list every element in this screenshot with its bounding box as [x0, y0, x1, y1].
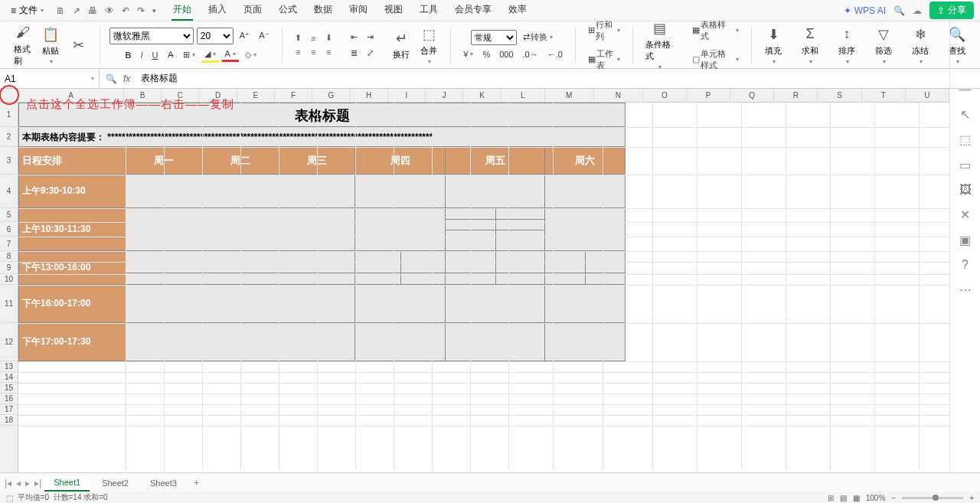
indent-dec[interactable]: ⇤ — [348, 31, 361, 44]
save-icon[interactable]: 🗎 — [56, 5, 65, 16]
share-button[interactable]: ⇪ 分享 — [929, 2, 974, 19]
more-icon[interactable]: ⋯ — [959, 283, 972, 297]
book-icon[interactable]: ▣ — [959, 233, 971, 247]
row-12[interactable]: 12 — [0, 323, 18, 361]
nav-first[interactable]: |◂ — [5, 478, 11, 488]
align-dist[interactable]: ≣ — [348, 47, 361, 60]
col-F[interactable]: F — [275, 89, 312, 102]
table-style[interactable]: ▦ 表格样式 — [689, 18, 742, 44]
image-icon[interactable]: 🖼 — [959, 183, 972, 197]
row-2[interactable]: 2 — [0, 127, 18, 147]
align-center[interactable]: ≡ — [306, 46, 320, 58]
row-3[interactable]: 3 — [0, 147, 18, 175]
font-color[interactable]: A — [222, 47, 239, 62]
cursor-icon[interactable]: ↖ — [960, 107, 970, 122]
tab-review[interactable]: 审阅 — [348, 0, 369, 21]
fill-button[interactable]: ⬇填充 — [761, 24, 786, 67]
italic-button[interactable]: I — [138, 49, 146, 61]
row-1[interactable]: 1 — [0, 103, 18, 127]
decrease-font[interactable]: A⁻ — [256, 29, 272, 42]
preview-icon[interactable]: 👁 — [105, 5, 114, 16]
print-icon[interactable]: 🖶 — [88, 5, 97, 16]
row-10[interactable]: 10 — [0, 274, 18, 285]
sort-button[interactable]: ↕排序 — [835, 24, 859, 67]
tab-start[interactable]: 开始 — [172, 0, 193, 21]
rowcol-button[interactable]: ⊞ 行和列 — [585, 18, 624, 44]
sum-button[interactable]: Σ求和 — [798, 24, 822, 67]
filter-button[interactable]: ▽筛选 — [871, 24, 896, 67]
nav-prev[interactable]: ◂ — [16, 478, 21, 488]
col-H[interactable]: H — [351, 89, 388, 102]
cut-button[interactable]: ✂ — [66, 34, 90, 56]
bold-button[interactable]: B — [122, 49, 135, 61]
row-18[interactable]: 18 — [0, 415, 18, 426]
row-17[interactable]: 17 — [0, 404, 18, 415]
tab-tools[interactable]: 工具 — [418, 0, 439, 21]
row-13[interactable]: 13 — [0, 361, 18, 372]
wrap-button[interactable]: ↵换行 — [389, 28, 413, 62]
col-J[interactable]: J — [426, 89, 463, 102]
tab-insert[interactable]: 插入 — [207, 0, 228, 21]
name-box[interactable]: A1 — [0, 70, 100, 88]
indent-inc[interactable]: ⇥ — [364, 31, 377, 44]
col-S[interactable]: S — [818, 89, 861, 102]
merge-button[interactable]: ⬚合并 — [416, 24, 441, 67]
clear-format[interactable]: ◇ — [242, 48, 260, 61]
row-11[interactable]: 11 — [0, 285, 18, 323]
tab-view[interactable]: 视图 — [383, 0, 404, 21]
tab-page[interactable]: 页面 — [242, 0, 263, 21]
tab-member[interactable]: 会员专享 — [453, 0, 493, 21]
search-icon[interactable]: 🔍 — [893, 5, 905, 16]
tab-data[interactable]: 数据 — [312, 0, 334, 21]
freeze-button[interactable]: ❄冻结 — [908, 24, 933, 67]
col-R[interactable]: R — [774, 89, 818, 102]
view-page[interactable]: ▤ — [840, 494, 847, 502]
select-icon[interactable]: ⬚ — [959, 132, 971, 147]
sheet-tab-2[interactable]: Sheet2 — [93, 475, 138, 491]
convert-button[interactable]: ⇄ 转换 — [520, 30, 556, 44]
col-N[interactable]: N — [594, 89, 643, 102]
strike-button[interactable]: A̶ — [165, 48, 177, 61]
zoom-in[interactable]: + — [969, 494, 974, 502]
tools-icon[interactable]: ✕ — [960, 207, 970, 222]
undo-icon[interactable]: ↶ — [122, 5, 129, 16]
increase-font[interactable]: A⁺ — [237, 29, 253, 42]
percent[interactable]: % — [479, 48, 493, 60]
formula-input[interactable] — [136, 70, 980, 88]
export-icon[interactable]: ↗ — [73, 5, 80, 16]
col-I[interactable]: I — [388, 89, 426, 102]
col-L[interactable]: L — [501, 89, 545, 102]
nav-last[interactable]: ▸| — [34, 478, 41, 488]
align-left[interactable]: ≡ — [291, 46, 305, 58]
view-normal[interactable]: ⊞ — [828, 494, 834, 502]
cond-format[interactable]: ▤条件格式 — [642, 18, 677, 72]
size-select[interactable]: 20 — [197, 28, 234, 44]
align-mid[interactable]: ≡ — [306, 32, 320, 44]
number-format[interactable]: 常规 — [471, 30, 517, 45]
col-G[interactable]: G — [312, 89, 350, 102]
dec-dec[interactable]: ←.0 — [544, 48, 566, 60]
zoom-value[interactable]: 100% — [866, 494, 886, 502]
minus-icon[interactable]: — — [959, 83, 972, 96]
layout-icon[interactable]: ▭ — [959, 158, 971, 172]
align-bot[interactable]: ⬇ — [322, 32, 335, 44]
col-Q[interactable]: Q — [730, 89, 774, 102]
paste-button[interactable]: 📋粘贴 — [38, 24, 63, 67]
wps-ai-button[interactable]: ✦ WPS AI — [844, 5, 886, 16]
col-P[interactable]: P — [687, 89, 730, 102]
zoom-slider[interactable] — [902, 497, 963, 499]
row-7[interactable]: 7 — [0, 237, 18, 251]
qat-more[interactable]: ▾ — [152, 7, 156, 15]
row-5[interactable]: 5 — [0, 208, 18, 222]
cancel-icon[interactable]: 🔍 — [106, 73, 117, 84]
row-4[interactable]: 4 — [0, 175, 18, 208]
row-9[interactable]: 9 — [0, 262, 18, 274]
nav-next[interactable]: ▸ — [25, 478, 30, 488]
row-8[interactable]: 8 — [0, 251, 18, 262]
col-U[interactable]: U — [906, 89, 949, 102]
help-icon[interactable]: ? — [962, 258, 969, 272]
font-select[interactable]: 微软雅黑 — [109, 28, 194, 44]
format-painter[interactable]: 🖌格式刷 — [11, 22, 35, 68]
border-button[interactable]: ⊞ — [180, 48, 198, 61]
tab-efficiency[interactable]: 效率 — [507, 0, 528, 21]
